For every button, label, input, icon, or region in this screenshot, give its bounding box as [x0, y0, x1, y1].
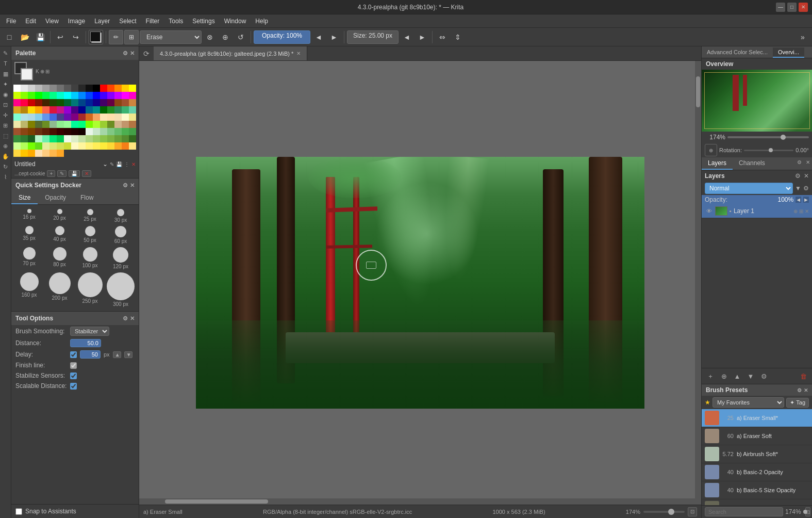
brush-size-item[interactable]: 20 px	[46, 209, 73, 223]
palette-color-cell[interactable]	[57, 92, 64, 99]
palette-color-cell[interactable]	[107, 92, 114, 99]
palette-color-cell[interactable]	[129, 128, 136, 135]
palette-color-cell[interactable]	[35, 99, 42, 106]
palette-color-cell[interactable]	[13, 99, 21, 106]
to-close-icon[interactable]: ✕	[130, 315, 135, 322]
brush-size-item[interactable]: 250 px	[76, 272, 104, 307]
palette-color-cell[interactable]	[78, 142, 86, 150]
palette-color-cell[interactable]	[129, 114, 136, 121]
menu-settings[interactable]: Settings	[188, 17, 219, 26]
delete-layer-button[interactable]: 🗑	[798, 370, 809, 382]
layer-vis-1[interactable]: 👁	[705, 207, 713, 215]
palette-color-cell[interactable]	[114, 106, 122, 114]
menu-window[interactable]: Window	[220, 17, 251, 26]
qs-close-icon[interactable]: ✕	[130, 182, 135, 189]
menu-select[interactable]: Select	[115, 17, 140, 26]
brush-size-item[interactable]: 100 px	[76, 247, 104, 269]
palette-color-cell[interactable]	[107, 85, 114, 92]
menu-image[interactable]: Image	[64, 17, 89, 26]
palette-color-cell[interactable]	[35, 150, 42, 157]
palette-color-cell[interactable]	[64, 106, 71, 114]
palette-color-cell[interactable]	[129, 85, 136, 92]
palette-color-cell[interactable]	[28, 128, 35, 135]
palette-color-cell[interactable]	[64, 121, 71, 128]
palette-color-cell[interactable]	[13, 92, 21, 99]
brush-size-item[interactable]: 70 px	[15, 247, 43, 269]
layer-row-1[interactable]: 👁 ▪ Layer 1 ⊕ ⊞ ✕	[702, 204, 812, 218]
palette-color-cell[interactable]	[86, 114, 93, 121]
mirror-h-button[interactable]: ⇔	[435, 30, 450, 44]
palette-color-cell[interactable]	[93, 135, 100, 142]
palette-color-cell[interactable]	[49, 150, 57, 157]
palette-color-cell[interactable]	[42, 85, 49, 92]
palette-color-cell[interactable]	[86, 142, 93, 150]
settings-button[interactable]: ⊕	[218, 30, 233, 44]
palette-color-cell[interactable]	[122, 142, 129, 150]
palette-color-cell[interactable]	[21, 92, 28, 99]
status-zoom-slider[interactable]	[643, 511, 685, 513]
fill-tool[interactable]: ◉	[1, 90, 10, 99]
menu-view[interactable]: View	[41, 17, 63, 26]
copy-layer-button[interactable]: ⊕	[718, 370, 730, 382]
opacity-increase[interactable]: ►	[803, 197, 809, 203]
eyedropper-tool[interactable]: ✦	[1, 79, 10, 89]
palette-color-cell[interactable]	[71, 85, 78, 92]
palette-color-cell[interactable]	[93, 142, 100, 150]
brush-size-item[interactable]: 25 px	[76, 209, 104, 223]
delay-down-btn[interactable]: ▼	[124, 351, 132, 358]
palette-color-cell[interactable]	[71, 142, 78, 150]
palette-color-cell[interactable]	[114, 85, 122, 92]
palette-color-cell[interactable]	[93, 121, 100, 128]
rotation-slider[interactable]	[744, 150, 793, 151]
snap-checkbox[interactable]	[15, 508, 22, 515]
palette-color-cell[interactable]	[35, 114, 42, 121]
palette-color-cell[interactable]	[107, 106, 114, 114]
freehand-brush-tool[interactable]: ✎	[1, 48, 10, 58]
add-layer-button[interactable]: +	[705, 370, 716, 382]
palette-color-cell[interactable]	[93, 106, 100, 114]
palette-color-cell[interactable]	[57, 106, 64, 114]
crop-tool[interactable]: ⊡	[1, 100, 10, 109]
palette-color-cell[interactable]	[78, 121, 86, 128]
blend-mode-filter-icon[interactable]: ▼	[795, 185, 801, 192]
palette-color-cell[interactable]	[13, 135, 21, 142]
open-button[interactable]: 📂	[18, 30, 32, 44]
menu-help[interactable]: Help	[251, 17, 272, 26]
palette-color-cell[interactable]	[49, 142, 57, 150]
palette-color-cell[interactable]	[100, 135, 107, 142]
opacity-decrease[interactable]: ◄	[796, 197, 801, 203]
palette-color-cell[interactable]	[49, 135, 57, 142]
palette-color-cell[interactable]	[64, 142, 71, 150]
canvas-tab-main[interactable]: 4.3.0-prealpha (git 8c9b10e): galteed.jp…	[154, 46, 307, 60]
palette-color-cell[interactable]	[49, 85, 57, 92]
redo-button[interactable]: ↪	[69, 30, 83, 44]
brush-size-item[interactable]: 80 px	[46, 247, 73, 269]
size-up[interactable]: ►	[415, 30, 429, 44]
palette-color-cell[interactable]	[122, 121, 129, 128]
bp-close-icon[interactable]: ✕	[804, 387, 808, 393]
palette-color-cell[interactable]	[57, 150, 64, 157]
palette-color-cell[interactable]	[100, 92, 107, 99]
palette-color-cell[interactable]	[13, 142, 21, 150]
palette-color-cell[interactable]	[64, 135, 71, 142]
brush-size-item[interactable]: 120 px	[107, 247, 135, 269]
rotation-icon[interactable]: ⊕	[705, 144, 717, 156]
palette-close-icon[interactable]: ✕	[130, 50, 135, 57]
gradient-tool[interactable]: ▦	[1, 69, 10, 78]
palette-color-cell[interactable]	[78, 92, 86, 99]
grid-icon[interactable]: ⊞	[124, 30, 139, 44]
rotate-tool[interactable]: ↻	[1, 162, 10, 171]
refresh-button[interactable]: ↺	[234, 30, 248, 44]
status-fit-btn[interactable]: ⊡	[688, 507, 697, 516]
scalable-distance-checkbox[interactable]	[70, 383, 77, 390]
palette-add-btn[interactable]: +	[47, 170, 55, 177]
delay-checkbox[interactable]	[70, 351, 77, 358]
canvas-scroll-h[interactable]	[139, 498, 701, 505]
bg-swatch[interactable]	[21, 68, 33, 80]
palette-color-cell[interactable]	[71, 106, 78, 114]
palette-color-cell[interactable]	[122, 85, 129, 92]
palette-color-cell[interactable]	[107, 142, 114, 150]
brush-smoothing-select[interactable]: Stabilizer	[70, 327, 109, 336]
palette-color-cell[interactable]	[28, 92, 35, 99]
palette-color-cell[interactable]	[42, 99, 49, 106]
